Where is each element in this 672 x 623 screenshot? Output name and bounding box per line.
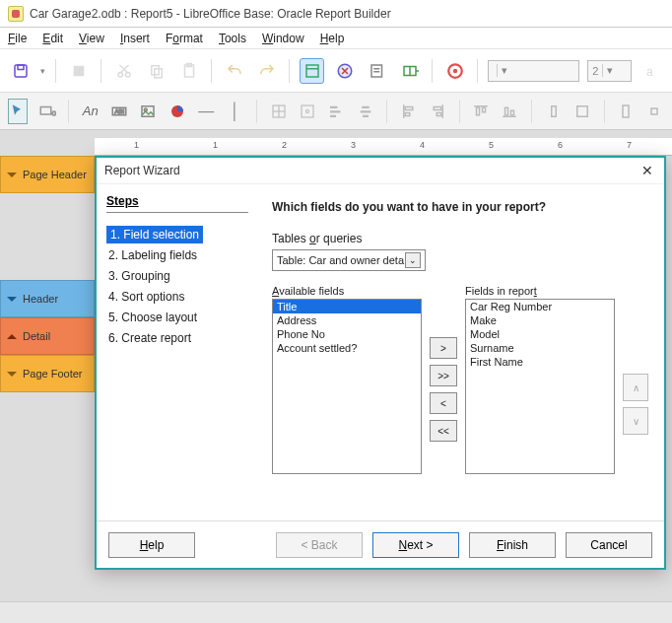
report-item[interactable]: Make — [466, 313, 614, 327]
menu-format[interactable]: Format — [166, 32, 203, 45]
resize-tall[interactable] — [616, 99, 635, 124]
dialog-title: Report Wizard — [104, 164, 180, 177]
svg-rect-36 — [363, 114, 369, 116]
menubar: File Edit View Insert Format Tools Windo… — [0, 28, 672, 49]
tables-dropdown[interactable]: Table: Car and owner deta⌄ — [272, 249, 426, 271]
image-tool[interactable] — [139, 99, 158, 124]
resize-wide[interactable] — [572, 99, 591, 124]
wizard-steps: Steps 1. Field selection 2. Labeling fie… — [97, 184, 258, 520]
svg-rect-19 — [40, 106, 51, 114]
font-size-combo[interactable]: 2▾ — [587, 60, 632, 82]
step-labeling[interactable]: 2. Labeling fields — [106, 245, 248, 265]
hline-tool[interactable]: — — [196, 99, 215, 124]
step-layout[interactable]: 5. Choose layout — [106, 308, 248, 327]
add-all-button[interactable]: >> — [430, 365, 457, 386]
control-properties-button[interactable]: OK — [37, 99, 56, 124]
svg-rect-48 — [511, 110, 514, 115]
align-obj-top[interactable] — [471, 99, 490, 124]
help-button[interactable] — [442, 58, 467, 84]
step-sort[interactable]: 4. Sort options — [106, 287, 248, 307]
svg-rect-9 — [306, 65, 318, 77]
align-obj-right[interactable] — [428, 99, 446, 124]
sorting-button[interactable] — [332, 58, 357, 84]
menu-edit[interactable]: Edit — [42, 32, 63, 45]
available-item[interactable]: Title — [273, 300, 421, 313]
svg-rect-42 — [437, 112, 441, 115]
add-field-button[interactable]: > — [430, 337, 457, 359]
band-detail[interactable]: Detail — [0, 317, 95, 355]
svg-rect-0 — [15, 65, 27, 77]
add-field-button[interactable] — [365, 58, 389, 84]
select-tool[interactable] — [8, 99, 28, 124]
cut-button[interactable] — [111, 58, 136, 84]
dialog-footer: Help < Back Next > Finish Cancel — [97, 520, 664, 568]
available-item[interactable]: Account settled? — [273, 341, 421, 355]
report-item[interactable]: Surname — [466, 341, 614, 355]
resize-short[interactable] — [645, 99, 664, 124]
svg-point-30 — [305, 109, 308, 112]
band-header[interactable]: Header — [0, 280, 95, 317]
svg-rect-39 — [405, 112, 410, 115]
grid-button[interactable] — [269, 99, 288, 124]
svg-rect-51 — [623, 105, 629, 117]
move-down-button[interactable]: ∨ — [623, 407, 648, 435]
cancel-button[interactable]: Cancel — [566, 532, 652, 558]
available-item[interactable]: Phone No — [273, 327, 421, 341]
available-item[interactable]: Address — [273, 313, 421, 327]
help-button[interactable]: Help — [108, 532, 195, 558]
save-button[interactable] — [8, 58, 33, 84]
back-button[interactable]: < Back — [276, 532, 363, 558]
report-item[interactable]: Model — [466, 327, 614, 341]
svg-text:a: a — [646, 64, 653, 78]
svg-rect-49 — [551, 105, 556, 116]
svg-rect-33 — [330, 114, 336, 116]
navigator-button[interactable] — [397, 58, 422, 84]
step-create[interactable]: 6. Create report — [106, 328, 248, 348]
chart-tool[interactable] — [168, 99, 186, 124]
label-tool[interactable]: An — [81, 99, 100, 124]
report-item[interactable]: Car Reg Number — [466, 300, 614, 313]
report-item[interactable]: First Name — [466, 355, 614, 369]
menu-insert[interactable]: Insert — [120, 32, 150, 45]
svg-rect-1 — [18, 65, 24, 70]
align-center-button[interactable] — [356, 99, 374, 124]
band-page-footer[interactable]: Page Footer — [0, 355, 95, 392]
in-report-list[interactable]: Car Reg Number Make Model Surname First … — [465, 299, 615, 474]
menu-tools[interactable]: Tools — [219, 32, 246, 45]
dialog-close-button[interactable]: ✕ — [638, 162, 656, 179]
band-page-header[interactable]: Page Header — [0, 156, 95, 193]
report-header-button[interactable] — [300, 58, 324, 84]
remove-all-button[interactable]: << — [430, 420, 457, 442]
align-obj-bottom[interactable] — [501, 99, 519, 124]
copy-button[interactable] — [144, 58, 168, 84]
remove-field-button[interactable]: < — [430, 392, 457, 414]
step-grouping[interactable]: 3. Grouping — [106, 266, 248, 286]
align-obj-left[interactable] — [399, 99, 418, 124]
next-button[interactable]: Next > — [372, 532, 459, 558]
menu-window[interactable]: Window — [262, 32, 304, 45]
text-box-tool[interactable]: ABI — [109, 99, 128, 124]
svg-rect-47 — [505, 107, 508, 115]
align-left-button[interactable] — [327, 99, 346, 124]
paste-button[interactable] — [176, 58, 201, 84]
menu-help[interactable]: Help — [320, 32, 345, 45]
report-wizard-dialog: Report Wizard ✕ Steps 1. Field selection… — [95, 156, 666, 570]
steps-heading: Steps — [106, 194, 248, 208]
vline-tool[interactable]: │ — [226, 99, 244, 124]
edit-mode-button[interactable] — [66, 58, 91, 84]
available-fields-list[interactable]: Title Address Phone No Account settled? — [272, 299, 422, 474]
redo-button[interactable] — [254, 58, 279, 84]
svg-rect-32 — [330, 110, 341, 112]
font-name-combo[interactable]: ▾ — [488, 60, 579, 82]
undo-button[interactable] — [222, 58, 246, 84]
step-field-selection[interactable]: 1. Field selection — [106, 226, 203, 243]
window-title: Car Garage2.odb : Report5 - LibreOffice … — [30, 7, 391, 21]
font-increase-button[interactable]: a — [639, 58, 664, 84]
menu-view[interactable]: View — [79, 32, 104, 45]
svg-rect-45 — [483, 107, 486, 112]
finish-button[interactable]: Finish — [469, 532, 556, 558]
move-up-button[interactable]: ∧ — [623, 374, 648, 401]
snap-button[interactable] — [298, 99, 316, 124]
resize-narrow[interactable] — [544, 99, 563, 124]
menu-file[interactable]: File — [8, 32, 27, 45]
